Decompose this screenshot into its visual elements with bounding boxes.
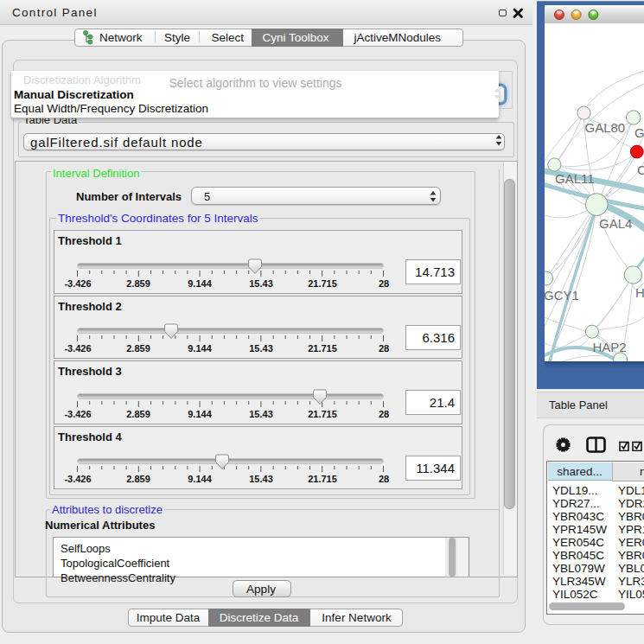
svg-text:GA: GA <box>634 125 644 140</box>
svg-text:GAL80: GAL80 <box>585 120 626 135</box>
svg-text:C: C <box>637 163 644 177</box>
svg-text:GCY1: GCY1 <box>545 288 579 303</box>
svg-text:H: H <box>635 285 644 300</box>
svg-text:HAP2: HAP2 <box>593 340 627 354</box>
svg-text:GAL11: GAL11 <box>555 171 595 186</box>
svg-text:GAL4: GAL4 <box>599 216 632 231</box>
